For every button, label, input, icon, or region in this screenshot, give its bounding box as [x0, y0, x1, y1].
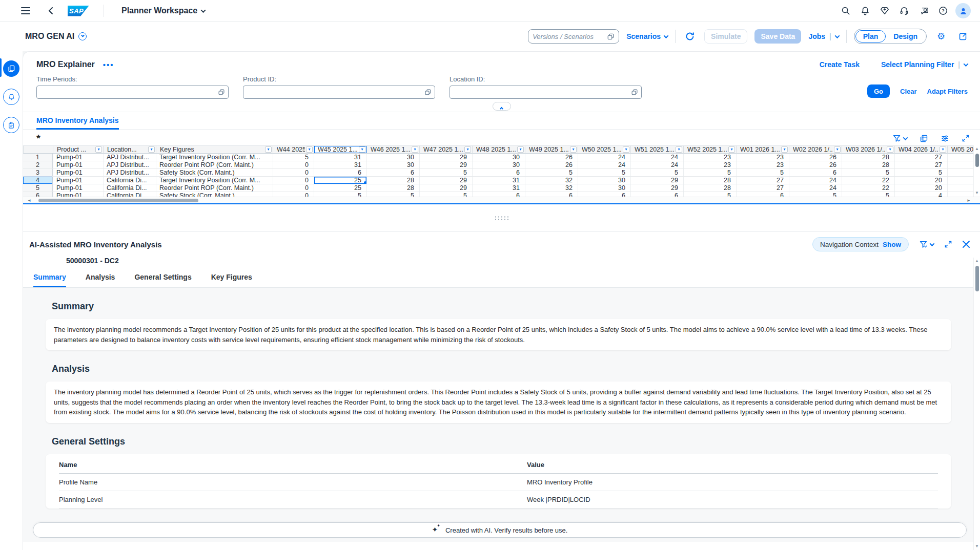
value-cell[interactable]: 30: [472, 161, 525, 168]
product-id-input[interactable]: [247, 89, 424, 96]
value-cell[interactable]: 5: [842, 169, 894, 176]
value-help-icon[interactable]: [631, 89, 638, 96]
product-cell[interactable]: Pump-01: [53, 177, 103, 184]
simulate-button[interactable]: Simulate: [704, 29, 747, 44]
value-cell[interactable]: [947, 154, 977, 161]
scroll-up-arrow-icon[interactable]: ▲: [975, 258, 979, 265]
column-header[interactable]: W01 2026 1...▾: [736, 145, 789, 154]
tab-key-figures[interactable]: Key Figures: [211, 273, 252, 287]
value-cell[interactable]: 5: [789, 192, 842, 197]
status-badge-icon[interactable]: [78, 32, 87, 40]
value-cell[interactable]: [947, 177, 977, 184]
value-cell[interactable]: 5: [578, 169, 630, 176]
value-cell[interactable]: 28: [842, 161, 894, 168]
value-cell[interactable]: 23: [736, 154, 789, 161]
value-help-icon[interactable]: [218, 89, 225, 96]
value-cell[interactable]: 31: [314, 154, 366, 161]
menu-button[interactable]: [18, 4, 33, 18]
scroll-left-arrow-icon[interactable]: ◄: [27, 198, 31, 203]
scroll-right-arrow-icon[interactable]: ►: [967, 198, 971, 203]
value-cell[interactable]: 5: [525, 169, 578, 176]
value-cell[interactable]: 0: [273, 184, 314, 192]
value-cell[interactable]: 28: [683, 184, 736, 192]
column-header[interactable]: W48 2025 1...▾: [472, 145, 525, 154]
location-id-input[interactable]: [453, 89, 631, 96]
row-number-cell[interactable]: 5: [23, 184, 53, 192]
panel-splitter[interactable]: [23, 204, 980, 232]
value-cell[interactable]: 29: [419, 161, 472, 168]
grid-corner-cell[interactable]: [23, 145, 53, 154]
product-switcher[interactable]: Planner Workspace: [121, 6, 205, 15]
go-button[interactable]: Go: [867, 84, 890, 98]
ai-fullscreen-button[interactable]: [944, 240, 952, 248]
column-header[interactable]: Location...▾: [103, 145, 156, 154]
value-cell[interactable]: 24: [789, 177, 842, 184]
table-row[interactable]: 1Pump-01APJ Distribut...Target Inventory…: [23, 154, 980, 161]
product-cell[interactable]: Pump-01: [53, 192, 103, 197]
location-cell[interactable]: California Di...: [103, 177, 156, 184]
grid-filter-menu[interactable]: [892, 134, 907, 142]
product-cell[interactable]: Pump-01: [53, 161, 103, 168]
column-header[interactable]: W44 2025▾: [273, 145, 314, 154]
key-figure-cell[interactable]: Reorder Point ROP (Corr. Maint.): [156, 161, 273, 168]
column-filter-dropdown-icon[interactable]: ▾: [940, 146, 946, 153]
tab-mro-inventory-analysis[interactable]: MRO Inventory Analysis: [36, 116, 119, 130]
feedback-button[interactable]: [916, 4, 931, 18]
value-cell[interactable]: 27: [736, 177, 789, 184]
column-filter-dropdown-icon[interactable]: ▾: [728, 146, 735, 153]
value-cell[interactable]: 0: [273, 161, 314, 168]
value-cell[interactable]: 28: [842, 154, 894, 161]
value-cell[interactable]: 0: [273, 177, 314, 184]
value-cell[interactable]: 5: [314, 192, 366, 197]
column-header[interactable]: W49 2025 1...▾: [525, 145, 578, 154]
value-cell[interactable]: 6: [578, 192, 630, 197]
rail-item-alerts[interactable]: [3, 89, 19, 105]
column-header[interactable]: W46 2025 1...▾: [366, 145, 419, 154]
value-cell[interactable]: 5: [894, 169, 947, 176]
value-cell[interactable]: 23: [683, 154, 736, 161]
grid-fullscreen-button[interactable]: [962, 134, 970, 142]
value-cell[interactable]: 26: [789, 161, 842, 168]
value-cell[interactable]: 23: [736, 161, 789, 168]
table-row[interactable]: 5Pump-01California Di...Reorder Point RO…: [23, 184, 980, 192]
value-cell[interactable]: 26: [525, 161, 578, 168]
grid-settings-button[interactable]: [941, 134, 949, 143]
panel-vertical-scrollbar[interactable]: ▲ ▼: [973, 258, 980, 550]
value-cell[interactable]: 5: [842, 192, 894, 197]
value-cell[interactable]: 6: [630, 192, 683, 197]
product-cell[interactable]: Pump-01: [53, 184, 103, 192]
value-cell[interactable]: 5: [683, 192, 736, 197]
search-button[interactable]: [839, 4, 853, 18]
notifications-button[interactable]: [858, 4, 872, 18]
versions-scenarios-field[interactable]: [528, 29, 619, 44]
value-cell[interactable]: 6: [525, 192, 578, 197]
value-cell[interactable]: 5: [273, 154, 314, 161]
column-filter-dropdown-icon[interactable]: ▾: [148, 146, 155, 153]
value-cell[interactable]: 22: [842, 177, 894, 184]
value-cell[interactable]: 25: [314, 177, 366, 184]
key-figure-cell[interactable]: Target Inventory Position (Corr. M...: [156, 177, 273, 184]
column-header[interactable]: W03 2026 1/...▾: [842, 145, 894, 154]
time-periods-field[interactable]: [36, 86, 229, 99]
overflow-menu-icon[interactable]: •••: [103, 60, 114, 69]
value-cell[interactable]: 29: [419, 177, 472, 184]
value-cell[interactable]: 31: [472, 184, 525, 192]
value-cell[interactable]: 6: [736, 192, 789, 197]
column-filter-dropdown-icon[interactable]: ▾: [95, 146, 102, 153]
value-cell[interactable]: 29: [419, 154, 472, 161]
value-cell[interactable]: 5: [683, 169, 736, 176]
value-cell[interactable]: 26: [789, 154, 842, 161]
value-cell[interactable]: 28: [366, 177, 419, 184]
table-vertical-scrollbar[interactable]: ▲ ▼: [973, 145, 980, 197]
support-button[interactable]: [897, 4, 911, 18]
value-cell[interactable]: [947, 169, 977, 176]
column-header[interactable]: Product ...▾: [53, 145, 103, 154]
value-cell[interactable]: 30: [366, 161, 419, 168]
value-cell[interactable]: 6: [366, 169, 419, 176]
help-button[interactable]: ?: [936, 4, 950, 18]
column-filter-dropdown-icon[interactable]: ▾: [570, 146, 577, 153]
column-header[interactable]: W45 2025 1...▾: [314, 145, 366, 154]
value-cell[interactable]: 26: [525, 154, 578, 161]
value-cell[interactable]: 28: [366, 184, 419, 192]
value-cell[interactable]: 23: [683, 161, 736, 168]
